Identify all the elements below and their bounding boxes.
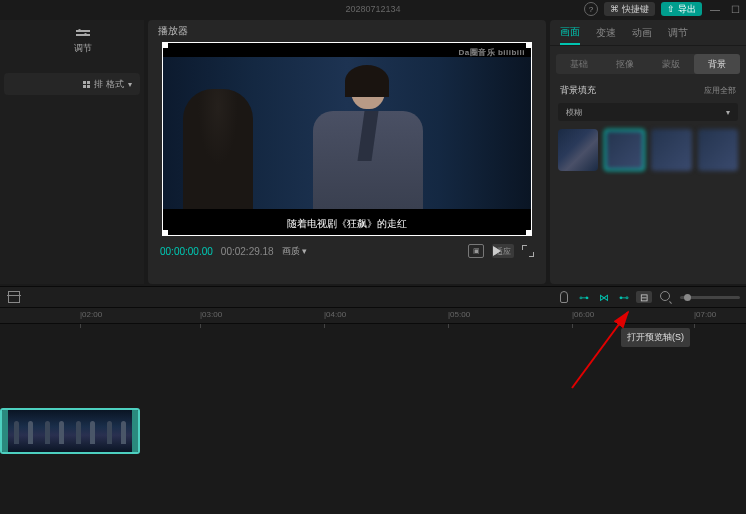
time-ruler[interactable]: |02:00 |03:00 |04:00 |05:00 |06:00 |07:0… bbox=[0, 308, 746, 324]
adjust-tool[interactable]: 调节 bbox=[22, 28, 144, 55]
grid-view-icon bbox=[83, 81, 90, 88]
tab-adjust[interactable]: 调节 bbox=[668, 22, 688, 44]
upload-icon: ⇧ bbox=[667, 4, 675, 14]
play-icon bbox=[493, 246, 501, 256]
player-panel: 播放器 Da圈音乐 bilibili 随着电视剧《狂飙》的走红 00:00:00… bbox=[148, 20, 546, 284]
ruler-tick: |06:00 bbox=[572, 310, 594, 319]
preview-axis-icon: ⊟ bbox=[640, 292, 648, 303]
bg-preset-4[interactable] bbox=[698, 129, 738, 171]
timecode-total: 00:02:29.18 bbox=[221, 246, 274, 257]
video-subtitle: 随着电视剧《狂飙》的走红 bbox=[163, 217, 531, 231]
clip-right-handle[interactable] bbox=[132, 410, 138, 452]
subtab-mask[interactable]: 蒙版 bbox=[648, 54, 694, 74]
link-icon: ⋈ bbox=[599, 292, 609, 303]
sliders-icon bbox=[76, 28, 90, 38]
property-tabs: 画面 变速 动画 调节 bbox=[550, 20, 746, 46]
ruler-tick: |04:00 bbox=[324, 310, 346, 319]
project-title: 20280712134 bbox=[345, 4, 400, 14]
preview-axis-tooltip: 打开预览轴(S) bbox=[621, 328, 690, 347]
crop-tool-button[interactable] bbox=[8, 291, 20, 303]
preview-axis-button[interactable]: ⊟ bbox=[636, 291, 652, 303]
tab-speed[interactable]: 变速 bbox=[596, 22, 616, 44]
timeline-toolbar: ⊶ ⋈ ⊷ ⊟ bbox=[0, 286, 746, 308]
picture-subtabs: 基础 抠像 蒙版 背景 bbox=[556, 54, 740, 74]
ruler-tick: |03:00 bbox=[200, 310, 222, 319]
fullscreen-button[interactable] bbox=[522, 245, 534, 257]
shortcuts-button[interactable]: ⌘ 快捷键 bbox=[604, 2, 655, 16]
snap-button[interactable]: ⊷ bbox=[616, 291, 632, 303]
subtab-background[interactable]: 背景 bbox=[694, 54, 740, 74]
play-button[interactable] bbox=[493, 246, 501, 256]
magnet-button[interactable]: ⊶ bbox=[576, 291, 592, 303]
help-button[interactable]: ? bbox=[584, 2, 598, 16]
player-title: 播放器 bbox=[148, 20, 546, 42]
video-clip[interactable] bbox=[0, 408, 140, 454]
timecode-current: 00:00:00.00 bbox=[160, 246, 213, 257]
sort-dropdown[interactable]: 排 格式 bbox=[4, 73, 140, 95]
linkage-button[interactable]: ⋈ bbox=[596, 291, 612, 303]
video-canvas[interactable]: Da圈音乐 bilibili 随着电视剧《狂飙》的走红 bbox=[162, 42, 532, 236]
record-voiceover-button[interactable] bbox=[560, 291, 568, 303]
magnet-icon: ⊶ bbox=[579, 292, 589, 303]
video-watermark: Da圈音乐 bilibili bbox=[458, 47, 525, 58]
tab-picture[interactable]: 画面 bbox=[560, 21, 580, 45]
media-panel: 调节 排 格式 bbox=[0, 20, 144, 284]
bg-preset-1[interactable] bbox=[558, 129, 598, 171]
minimize-button[interactable]: — bbox=[708, 2, 722, 16]
snap-icon: ⊷ bbox=[619, 292, 629, 303]
apply-all-link[interactable]: 应用全部 bbox=[704, 85, 736, 96]
export-button[interactable]: ⇧ 导出 bbox=[661, 2, 702, 16]
chevron-down-icon: ▾ bbox=[726, 108, 730, 117]
subtab-cutout[interactable]: 抠像 bbox=[602, 54, 648, 74]
ruler-tick: |07:00 bbox=[694, 310, 716, 319]
ruler-tick: |05:00 bbox=[448, 310, 470, 319]
image-icon: ▣ bbox=[473, 247, 480, 255]
background-fill-label: 背景填充 bbox=[560, 84, 596, 97]
background-type-select[interactable]: 模糊 ▾ bbox=[558, 103, 738, 121]
zoom-slider[interactable] bbox=[680, 296, 740, 299]
zoom-out-button[interactable] bbox=[660, 291, 672, 303]
maximize-button[interactable]: ☐ bbox=[728, 2, 742, 16]
title-bar: 20280712134 ? ⌘ 快捷键 ⇧ 导出 — ☐ bbox=[0, 0, 746, 18]
tab-animation[interactable]: 动画 bbox=[632, 22, 652, 44]
timeline[interactable]: |02:00 |03:00 |04:00 |05:00 |06:00 |07:0… bbox=[0, 308, 746, 514]
track-area[interactable] bbox=[0, 408, 746, 454]
quality-dropdown[interactable]: 画质 ▾ bbox=[282, 245, 308, 258]
properties-panel: 画面 变速 动画 调节 基础 抠像 蒙版 背景 背景填充 应用全部 模糊 ▾ bbox=[550, 20, 746, 284]
subtab-basic[interactable]: 基础 bbox=[556, 54, 602, 74]
ruler-tick: |02:00 bbox=[80, 310, 102, 319]
chevron-down-icon bbox=[128, 79, 132, 89]
screenshot-button[interactable]: ▣ bbox=[468, 244, 484, 258]
bg-preset-2[interactable] bbox=[604, 129, 645, 171]
bg-preset-3[interactable] bbox=[651, 129, 691, 171]
grid-icon: ⌘ bbox=[610, 4, 619, 14]
background-presets bbox=[550, 121, 746, 179]
